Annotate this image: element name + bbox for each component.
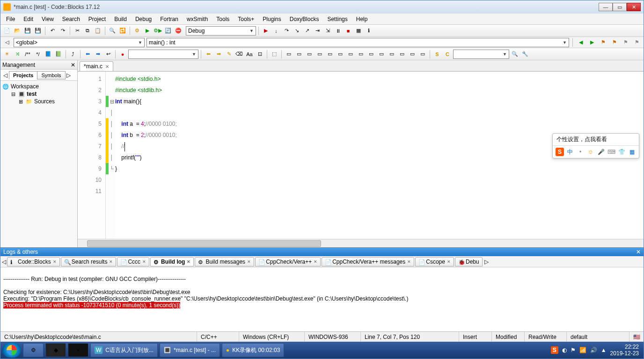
rect12-icon[interactable]: ▭: [397, 50, 407, 59]
menu-help[interactable]: Help: [352, 15, 372, 23]
scope-func-combo[interactable]: main() : int▼: [146, 38, 569, 47]
doxy-icon[interactable]: 📘: [44, 50, 53, 59]
build-icon[interactable]: ⚙: [132, 26, 142, 36]
logs-tab-left-icon[interactable]: ◁: [0, 258, 7, 265]
sel-icon[interactable]: ⬚: [270, 50, 279, 59]
rect14-icon[interactable]: ▭: [418, 50, 427, 59]
log-tab-cccc[interactable]: 📄Cccc✕: [117, 257, 149, 266]
diff-icon[interactable]: ⤭: [13, 50, 22, 59]
logs-tab-right-icon[interactable]: ▷: [483, 258, 490, 265]
rect4-icon[interactable]: ▭: [315, 50, 324, 59]
cut-icon[interactable]: ✂: [73, 26, 82, 36]
tray-icon[interactable]: ◐: [562, 347, 567, 353]
ime-lang-icon[interactable]: 中: [566, 148, 574, 156]
ime-emoji-icon[interactable]: ☺: [586, 148, 595, 156]
match-case-icon[interactable]: Aa: [245, 50, 254, 59]
menu-doxyblocks[interactable]: DoxyBlocks: [286, 15, 323, 23]
rect6-icon[interactable]: ▭: [336, 50, 345, 59]
pinned-app-2[interactable]: ◆: [45, 343, 66, 357]
info-icon[interactable]: ℹ: [364, 26, 373, 36]
tree-workspace[interactable]: 🌐 Workspace: [2, 83, 75, 90]
open-file-icon[interactable]: 📂: [13, 26, 22, 36]
stop-debug-icon[interactable]: ■: [344, 26, 353, 36]
ime-logo-icon[interactable]: S: [556, 148, 564, 156]
menu-settings[interactable]: Settings: [323, 15, 351, 23]
zoom-icon[interactable]: 🔍: [510, 50, 520, 59]
pinned-app-3[interactable]: ▪: [68, 343, 88, 357]
s-icon[interactable]: S: [432, 50, 442, 59]
nav-last-icon[interactable]: ↩: [103, 50, 113, 59]
bookmark-clearall-icon[interactable]: ⚑: [632, 38, 642, 47]
goto-icon[interactable]: ⤴: [68, 50, 78, 59]
rect11-icon[interactable]: ▭: [387, 50, 396, 59]
tray-chevron-icon[interactable]: ▲: [601, 347, 607, 353]
ime-toolbar[interactable]: 个性设置，点我看看 S 中 • ☺ 🎤 ⌨ 👕 ▦: [552, 133, 639, 158]
log-tab-cscope[interactable]: 📄Cscope✕: [415, 257, 454, 266]
log-tab-buildlog[interactable]: ⚙Build log✕: [150, 257, 194, 266]
bookmark-next-icon[interactable]: ▶: [587, 38, 597, 47]
build-target-combo[interactable]: Debug▼: [186, 26, 256, 36]
expand-icon[interactable]: ⊟: [10, 91, 16, 97]
tab-close-icon[interactable]: ✕: [187, 259, 190, 264]
ime-punct-icon[interactable]: •: [576, 148, 585, 156]
nav-fwd-icon[interactable]: ➡: [93, 50, 102, 59]
build-run-icon[interactable]: ⚙▶: [153, 26, 162, 36]
tab-close-icon[interactable]: ✕: [142, 259, 146, 264]
search-combo[interactable]: ▼: [128, 50, 198, 59]
doxy2-icon[interactable]: 📗: [54, 50, 63, 59]
menu-file[interactable]: File: [2, 15, 19, 23]
hl-prev-icon[interactable]: ⬅: [204, 50, 213, 59]
log-tab-search[interactable]: 🔍Search results✕: [61, 257, 117, 266]
undo-icon[interactable]: ↶: [48, 26, 57, 36]
taskbar-item-1[interactable]: WC语言从入门到放...: [90, 343, 158, 357]
bookmark-clear-icon[interactable]: ⚑: [621, 38, 630, 47]
maximize-button[interactable]: ▭: [613, 3, 627, 11]
menu-view[interactable]: View: [38, 15, 58, 23]
save-all-icon[interactable]: 💾: [33, 26, 43, 36]
new-file-icon[interactable]: 📄: [2, 26, 12, 36]
tray-volume-icon[interactable]: 🔊: [590, 347, 597, 353]
tray-network-icon[interactable]: 📶: [579, 347, 586, 353]
menu-project[interactable]: Project: [85, 15, 110, 23]
tree-project[interactable]: ⊟ 🔳 test: [2, 90, 75, 98]
taskbar-item-2[interactable]: 🔳*main.c [test] - ...: [160, 343, 220, 357]
log-tab-codeblocks[interactable]: ℹCode::Blocks✕: [7, 257, 60, 266]
logs-close-icon[interactable]: ✕: [636, 249, 641, 255]
rect8-icon[interactable]: ▭: [356, 50, 366, 59]
start-button[interactable]: [2, 343, 21, 358]
pinned-app-1[interactable]: ⚙: [23, 343, 44, 357]
tab-close-icon[interactable]: ✕: [247, 259, 251, 264]
abort-icon[interactable]: ⛔: [174, 26, 183, 36]
expand-icon[interactable]: ⊞: [17, 98, 24, 105]
build-log-output[interactable]: -------------- Run: Debug in test (compi…: [0, 267, 644, 331]
rect9-icon[interactable]: ▭: [366, 50, 376, 59]
hl-clear-icon[interactable]: ⌫: [234, 50, 244, 59]
editor-tab-main[interactable]: *main.c ✕: [80, 61, 113, 71]
rect13-icon[interactable]: ▭: [408, 50, 417, 59]
run-to-cursor-icon[interactable]: ↓: [271, 26, 281, 36]
tray-sogou-icon[interactable]: S: [551, 346, 558, 354]
step-out-icon[interactable]: ↗: [302, 26, 312, 36]
log-tab-cppcheck[interactable]: 📄CppCheck/Vera++✕: [255, 257, 321, 266]
menu-fortran[interactable]: Fortran: [156, 15, 182, 23]
ime-skin-icon[interactable]: 👕: [617, 148, 626, 156]
step-instr-icon[interactable]: ⇲: [323, 26, 332, 36]
management-close-icon[interactable]: ✕: [71, 62, 75, 68]
next-line-icon[interactable]: ↷: [282, 26, 291, 36]
save-icon[interactable]: 💾: [23, 26, 32, 36]
rect1-icon[interactable]: ▭: [284, 50, 293, 59]
log-tab-cppcheckmsg[interactable]: 📄CppCheck/Vera++ messages✕: [322, 257, 414, 266]
menu-toolsplus[interactable]: Tools+: [234, 15, 258, 23]
hl-next-icon[interactable]: ➡: [214, 50, 223, 59]
tree-sources[interactable]: ⊞ 📁 Sources: [2, 98, 75, 105]
paste-icon[interactable]: 📋: [93, 26, 102, 36]
c-icon[interactable]: C: [443, 50, 452, 59]
taskbar-clock[interactable]: 22:22 2019-12-23: [610, 344, 639, 357]
mgmt-tab-left-icon[interactable]: ◁: [1, 72, 9, 79]
find-icon[interactable]: 🔍: [108, 26, 117, 36]
fold-toggle-icon[interactable]: ⊟: [109, 96, 115, 107]
hl-mark-icon[interactable]: ✎: [224, 50, 234, 59]
tab-close-icon[interactable]: ✕: [407, 259, 411, 264]
menu-debug[interactable]: Debug: [132, 15, 155, 23]
log-tab-buildmsg[interactable]: ⚙Build messages✕: [195, 257, 254, 266]
